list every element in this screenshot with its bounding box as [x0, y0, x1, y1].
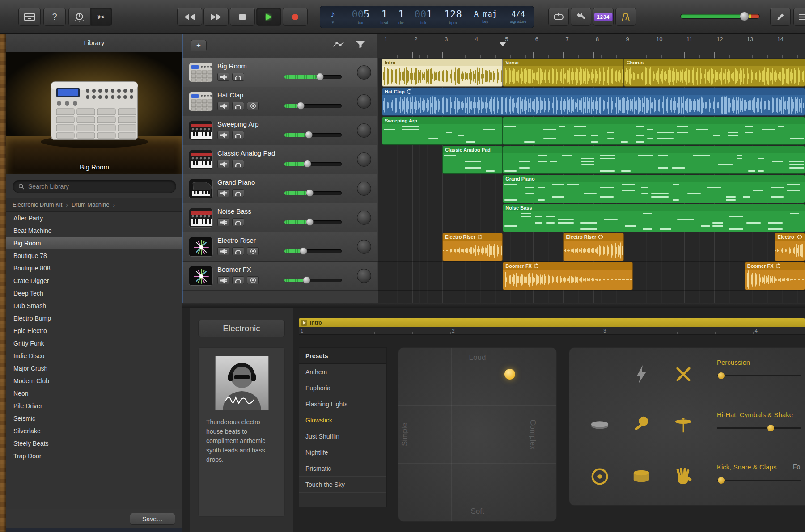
mute-button[interactable] [217, 102, 229, 110]
xy-pad[interactable]: Loud Soft Simple Complex [398, 347, 557, 522]
library-item-dub-smash[interactable]: Dub Smash [6, 300, 182, 312]
mute-button[interactable] [217, 218, 229, 226]
library-item-epic-electro[interactable]: Epic Electro [6, 325, 182, 337]
breadcrumb[interactable]: Electronic Drum Kit›Drum Machine› [6, 198, 182, 212]
mute-button[interactable] [217, 73, 229, 81]
breadcrumb-drum-machine[interactable]: Drum Machine [72, 201, 110, 208]
drummer-slider-hi-hat-cymbals-shake[interactable] [717, 427, 801, 429]
volume-slider[interactable] [284, 162, 342, 166]
track-header-hat-clap[interactable]: Hat Clap [182, 87, 377, 116]
media-browser-button[interactable] [18, 8, 41, 26]
kick-icon[interactable] [589, 466, 610, 487]
mute-button[interactable] [217, 247, 229, 255]
stop-button[interactable] [230, 8, 255, 26]
input-monitor-button[interactable] [247, 102, 259, 110]
search-input[interactable] [28, 183, 170, 190]
pan-knob[interactable] [357, 240, 371, 254]
volume-thumb[interactable] [306, 218, 314, 226]
forward-button[interactable] [203, 8, 229, 26]
master-volume-slider[interactable] [680, 14, 760, 19]
cycle-button[interactable] [548, 8, 569, 26]
region-play-icon[interactable] [301, 320, 307, 326]
preset-item-touch-the-sky[interactable]: Touch the Sky [299, 477, 386, 493]
region-grand-piano-8[interactable]: Grand Piano [503, 175, 805, 203]
library-item-beat-machine[interactable]: Beat Machine [6, 224, 182, 237]
input-monitor-button[interactable] [247, 247, 259, 255]
library-item-deep-tech[interactable]: Deep Tech [6, 287, 182, 300]
input-monitor-button[interactable] [247, 276, 259, 284]
region-classic-analog-pad-6[interactable]: Classic Analog Pad [442, 146, 503, 174]
pan-knob[interactable] [357, 211, 371, 225]
library-item-major-crush[interactable]: Major Crush [6, 362, 182, 375]
volume-thumb[interactable] [306, 189, 314, 197]
volume-thumb[interactable] [297, 102, 305, 110]
xy-pad-puck[interactable] [504, 369, 515, 380]
preset-item-prismatic[interactable]: Prismatic [299, 460, 386, 477]
hihat-icon[interactable] [673, 414, 694, 435]
lcd-signature[interactable]: 4/4 signature [503, 6, 534, 28]
pad-icon[interactable] [589, 414, 610, 435]
preset-item-flashing-lights[interactable]: Flashing Lights [299, 396, 386, 412]
library-item-steely-beats[interactable]: Steely Beats [6, 437, 182, 450]
solo-button[interactable] [232, 102, 244, 110]
track-header-classic-analog-pad[interactable]: Classic Analog Pad [182, 145, 377, 174]
drummer-slider-thumb[interactable] [718, 477, 724, 484]
library-item-indie-disco[interactable]: Indie Disco [6, 350, 182, 362]
track-header-noise-bass[interactable]: Noise Bass [182, 203, 377, 232]
drummer-slider-percussion[interactable] [717, 375, 801, 376]
solo-button[interactable] [232, 276, 244, 284]
region-electro-riser-10[interactable]: Electro Riser [442, 233, 503, 261]
solo-button[interactable] [232, 131, 244, 139]
volume-thumb[interactable] [316, 73, 324, 80]
solo-button[interactable] [232, 218, 244, 226]
library-item-boutique-808[interactable]: Boutique 808 [6, 262, 182, 274]
note-pad-button[interactable] [770, 8, 791, 26]
lcd-tempo[interactable]: 128 bpm [438, 6, 469, 28]
preset-item-euphoria[interactable]: Euphoria [299, 380, 386, 396]
track-header-big-room[interactable]: Big Room [182, 58, 377, 87]
editors-button[interactable]: ✂ [90, 8, 112, 26]
library-search[interactable] [13, 180, 176, 193]
solo-button[interactable] [232, 73, 244, 81]
panel-divider[interactable] [182, 303, 805, 308]
region-electro-riser-11[interactable]: Electro Riser [563, 233, 623, 261]
volume-slider[interactable] [284, 249, 342, 253]
library-item-big-room[interactable]: Big Room [6, 237, 182, 249]
region-electro-riser-12[interactable]: Electro Riser [775, 233, 805, 261]
library-item-trap-door[interactable]: Trap Door [6, 450, 182, 462]
genre-button[interactable]: Electronic [198, 320, 285, 337]
lcd-position[interactable]: 005 bar 1 beat 1 div 001 tick [346, 6, 438, 28]
preset-item-nightlife[interactable]: Nightlife [299, 444, 386, 460]
track-header-grand-piano[interactable]: Grand Piano [182, 174, 377, 203]
region-boomer-fx-14[interactable]: Boomer FX [745, 262, 805, 290]
record-button[interactable] [283, 8, 308, 26]
library-item-silverlake[interactable]: Silverlake [6, 425, 182, 437]
region-verse-1[interactable]: Verse [503, 59, 623, 87]
snare-icon[interactable] [631, 466, 652, 487]
pan-knob[interactable] [357, 94, 371, 109]
hand-icon[interactable] [673, 466, 694, 487]
region-sweeping-arp-4[interactable]: Sweeping Arp [382, 117, 503, 145]
lightning-icon[interactable] [631, 364, 652, 384]
breadcrumb-electronic-drum-kit[interactable]: Electronic Drum Kit [13, 201, 62, 208]
volume-thumb[interactable] [304, 160, 311, 168]
timeline-rows[interactable]: IntroVerseChorusHat ClapSweeping ArpClas… [377, 58, 805, 303]
region-chorus-2[interactable]: Chorus [624, 59, 805, 87]
pan-knob[interactable] [357, 269, 371, 283]
volume-slider[interactable] [284, 75, 342, 79]
tuner-button[interactable] [571, 8, 591, 26]
maraca-icon[interactable] [631, 414, 652, 435]
help-button[interactable]: ? [43, 8, 66, 26]
timeline-ruler[interactable]: 1234567891011121314 [377, 34, 805, 58]
volume-slider[interactable] [284, 279, 342, 282]
library-item-electro-bump[interactable]: Electro Bump [6, 312, 182, 325]
track-header-boomer-fx[interactable]: Boomer FX [182, 262, 377, 291]
mute-button[interactable] [217, 131, 229, 139]
strip-ruler[interactable]: 1234 [299, 327, 805, 335]
region-boomer-fx-13[interactable]: Boomer FX [503, 262, 633, 290]
playhead-marker[interactable] [500, 42, 506, 46]
preset-item-anthem[interactable]: Anthem [299, 364, 386, 380]
drummer-slider-thumb[interactable] [718, 372, 724, 379]
save-button[interactable]: Save… [130, 513, 175, 525]
volume-slider[interactable] [284, 191, 342, 195]
